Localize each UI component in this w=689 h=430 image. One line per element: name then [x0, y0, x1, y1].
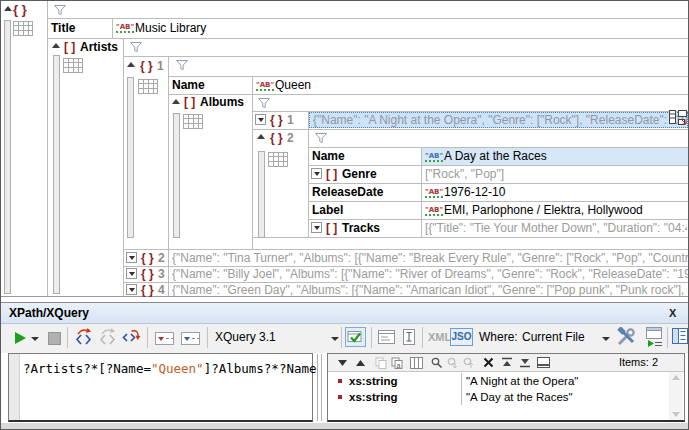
expression-builder-icon[interactable] — [155, 332, 174, 345]
filter-icon[interactable] — [314, 132, 328, 144]
key-albums[interactable]: Albums — [200, 94, 244, 111]
result-row[interactable]: xs:string "A Day at the Races" — [328, 389, 668, 405]
expand-button-tracks[interactable] — [311, 222, 322, 233]
item-index: 2 — [158, 250, 165, 266]
expand-button-album1[interactable] — [255, 114, 266, 125]
run-icon[interactable] — [15, 332, 26, 344]
table-view-icon[interactable] — [138, 79, 158, 94]
scope-chevron-icon[interactable] — [602, 337, 610, 341]
value-releasedate[interactable]: 1976-12-10 — [444, 183, 505, 201]
close-icon[interactable]: X — [669, 303, 676, 323]
prev-result-icon[interactable] — [355, 358, 367, 368]
evaluate-back-icon[interactable] — [98, 328, 118, 346]
search-icon[interactable] — [431, 357, 443, 369]
open-in-window-icon[interactable] — [378, 330, 395, 344]
filter-icon[interactable] — [175, 59, 189, 71]
key-name[interactable]: Name — [172, 76, 205, 94]
language-chevron-icon[interactable] — [331, 337, 339, 341]
table-view-icon[interactable] — [63, 58, 83, 73]
artist-preview[interactable]: {"Name": "Green Day", "Albums": [{"Name"… — [172, 282, 688, 298]
collapse-bar-artist1[interactable] — [127, 77, 134, 238]
columns-icon[interactable] — [410, 357, 423, 369]
grid-line — [112, 18, 113, 38]
scope-select[interactable]: Current File — [522, 323, 585, 352]
language-select[interactable]: XQuery 3.1 — [215, 323, 276, 352]
dock-result-icon[interactable] — [537, 357, 550, 368]
collapse-bar-albums[interactable] — [173, 113, 180, 238]
collapse-bar-album2[interactable] — [258, 151, 265, 238]
result-type: xs:string — [349, 389, 398, 405]
object-symbol: { } — [141, 250, 154, 266]
next-result-icon[interactable] — [337, 358, 349, 368]
xpath-expression-editor[interactable]: ?Artists?*[?Name="Queen"]?Albums?*?Name — [8, 353, 313, 422]
clear-results-icon[interactable] — [483, 357, 494, 368]
expression-builder-blue-icon[interactable] — [181, 332, 200, 345]
value-title[interactable]: Music Library — [135, 18, 206, 38]
expression-string-literal: "Queen" — [151, 361, 204, 376]
key-releasedate[interactable]: ReleaseDate — [312, 183, 383, 201]
collapse-triangle-root[interactable] — [4, 6, 12, 11]
go-to-last-icon[interactable] — [519, 357, 531, 368]
expand-button-genre[interactable] — [311, 168, 322, 179]
search-prev-icon[interactable] — [463, 357, 475, 369]
key-label[interactable]: Label — [312, 201, 343, 219]
value-label[interactable]: EMI, Parlophone / Elektra, Hollywood — [444, 201, 643, 219]
key-genre[interactable]: Genre — [342, 165, 377, 183]
evaluate-xpath-icon[interactable] — [74, 328, 94, 346]
item-index: 2 — [287, 129, 294, 147]
search-next-icon[interactable] — [447, 357, 459, 369]
evaluate-on-edit-toggle[interactable] — [345, 327, 366, 347]
expand-button-artist3[interactable] — [126, 268, 137, 279]
selected-album-preview[interactable]: {"Name": "A Night at the Opera", "Genre"… — [309, 112, 688, 128]
xpath-panel-titlebar[interactable]: XPath/XQuery X — [1, 303, 689, 324]
evaluate-forward-icon[interactable] — [122, 328, 142, 346]
value-artist-name[interactable]: Queen — [275, 76, 311, 94]
filter-icon[interactable] — [257, 97, 271, 109]
artist-preview[interactable]: {"Name": "Tina Turner", "Albums": [{"Nam… — [172, 250, 688, 266]
show-as-table-icon[interactable] — [668, 109, 688, 127]
filter-icon[interactable] — [129, 41, 143, 53]
collapse-bar-root[interactable] — [4, 20, 11, 294]
key-artists[interactable]: Artists — [80, 38, 118, 56]
table-view-icon[interactable] — [13, 21, 33, 36]
run-in-window-icon[interactable] — [644, 326, 664, 347]
settings-tools-icon[interactable] — [615, 327, 639, 347]
items-count: Items: 2 — [619, 354, 658, 371]
collapse-triangle-artists[interactable] — [52, 43, 60, 48]
scroll-up-icon[interactable] — [672, 375, 680, 380]
filter-icon[interactable] — [53, 4, 67, 16]
result-row[interactable]: xs:string "A Night at the Opera" — [328, 373, 668, 389]
collapse-bar-artists[interactable] — [53, 55, 60, 294]
json-mode-toggle[interactable]: JSO — [450, 328, 473, 346]
text-cursor-icon[interactable] — [403, 329, 415, 345]
expand-button-artist4[interactable] — [126, 284, 137, 295]
expression-part: ?Artists?*[?Name= — [23, 361, 151, 376]
collapse-triangle-artist1[interactable] — [127, 62, 135, 67]
object-symbol: { } — [141, 266, 154, 282]
go-to-first-icon[interactable] — [501, 357, 513, 368]
collapse-triangle-album2[interactable] — [257, 134, 265, 139]
run-options-chevron-icon[interactable] — [31, 337, 39, 341]
tracks-preview[interactable]: [{"Title": "Tie Your Mother Down", "Dura… — [425, 219, 687, 237]
expand-button-artist2[interactable] — [126, 252, 137, 263]
copy-with-headers-icon[interactable]: a — [391, 357, 403, 369]
key-tracks[interactable]: Tracks — [342, 219, 380, 237]
stop-icon[interactable] — [48, 332, 61, 345]
layout-pane-icon[interactable] — [672, 328, 688, 344]
string-type-icon: "ab" — [116, 23, 134, 33]
xpath-expression[interactable]: ?Artists?*[?Name="Queen"]?Albums?*?Name — [23, 361, 317, 376]
key-title[interactable]: Title — [51, 18, 75, 38]
copy-icon[interactable] — [375, 357, 387, 369]
results-scrollbar[interactable] — [669, 372, 683, 420]
panel-splitter[interactable] — [317, 354, 318, 421]
collapse-triangle-albums[interactable] — [172, 99, 180, 104]
value-album-name[interactable]: A Day at the Races — [444, 147, 547, 165]
table-view-icon[interactable] — [183, 114, 203, 129]
scroll-down-icon[interactable] — [672, 412, 680, 417]
genre-preview[interactable]: ["Rock", "Pop"] — [425, 165, 687, 183]
panel-splitter[interactable] — [321, 354, 322, 421]
xml-mode-toggle[interactable]: XML — [428, 323, 451, 352]
table-view-icon[interactable] — [268, 152, 288, 167]
key-name[interactable]: Name — [312, 147, 345, 165]
artist-preview[interactable]: {"Name": "Billy Joel", "Albums": [{"Name… — [172, 266, 688, 282]
